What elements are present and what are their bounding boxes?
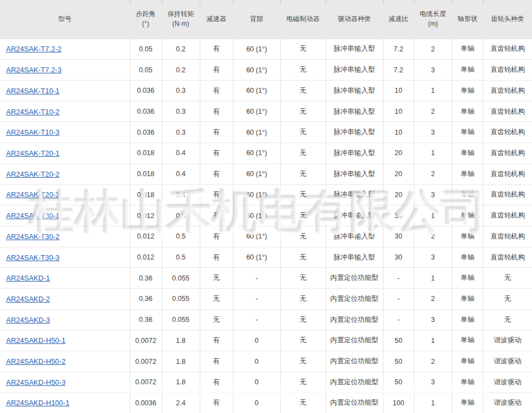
cell-backlash: 60 (1°) xyxy=(233,226,280,247)
cell-reducer: 有 xyxy=(200,80,233,101)
cell-backlash: 60 (1°) xyxy=(233,122,280,143)
model-link[interactable]: AR24SAKD-H50-2 xyxy=(6,357,66,366)
cell-driver_type: 脉冲串输入型 xyxy=(326,226,383,247)
cell-model: AR24SAK-T10-2 xyxy=(0,101,130,122)
cell-model: AR24SAK-T30-3 xyxy=(0,247,130,268)
cell-step_angle: 0.36 xyxy=(130,268,162,289)
cell-gearhead: 直齿轮机构 xyxy=(483,122,532,143)
cell-reducer: 无 xyxy=(200,309,233,330)
cell-cable_length: 3 xyxy=(414,60,452,81)
table-row: AR24SAKD-H100-10.00362.4有0无内置定位功能型1001单轴… xyxy=(0,393,532,413)
cell-backlash: 60 (1°) xyxy=(233,80,280,101)
cell-shaft: 单轴 xyxy=(452,163,483,184)
cell-cable_length: 1 xyxy=(414,205,452,226)
cell-gearhead: 直齿轮机构 xyxy=(483,247,532,268)
cell-driver_type: 内置定位功能型 xyxy=(326,351,383,372)
cell-model: AR24SAKD-1 xyxy=(0,268,130,289)
col-header-backlash: 背隙 xyxy=(233,0,280,39)
cell-ratio: 30 xyxy=(383,205,414,226)
cell-step_angle: 0.036 xyxy=(130,122,162,143)
cell-step_angle: 0.036 xyxy=(130,101,162,122)
model-link[interactable]: AR24SAK-T20-3 xyxy=(6,190,60,199)
col-header-gearhead: 齿轮头种类 xyxy=(483,0,532,39)
cell-driver_type: 脉冲串输入型 xyxy=(326,101,383,122)
cell-cable_length: 2 xyxy=(414,163,452,184)
model-link[interactable]: AR24SAK-T30-3 xyxy=(6,253,60,262)
model-link[interactable]: AR24SAK-T20-1 xyxy=(6,149,60,157)
table-row: AR24SAKD-H50-10.00721.8有0无内置定位功能型501单轴谐波… xyxy=(0,330,532,351)
cell-driver_type: 内置定位功能型 xyxy=(326,330,383,351)
cell-shaft: 单轴 xyxy=(452,330,483,351)
col-header-shaft: 轴形状 xyxy=(452,0,483,39)
model-link[interactable]: AR24SAK-T30-2 xyxy=(6,232,60,241)
cell-step_angle: 0.036 xyxy=(130,80,162,101)
cell-backlash: 60 (1°) xyxy=(233,247,280,268)
table-row: AR24SAKD-H50-20.00721.8有0无内置定位功能型502单轴谐波… xyxy=(0,351,532,372)
cell-brake: 无 xyxy=(280,163,326,184)
cell-step_angle: 0.05 xyxy=(130,60,162,81)
cell-reducer: 有 xyxy=(200,163,233,184)
cell-brake: 无 xyxy=(280,122,326,143)
spec-table: 型号 步距角(°) 保持转矩(N·m) 减速器 背隙 电磁制动器 驱动器种类 减… xyxy=(0,0,532,413)
cell-driver_type: 脉冲串输入型 xyxy=(326,205,383,226)
cell-shaft: 单轴 xyxy=(452,309,483,330)
model-link[interactable]: AR24SAK-T30-1 xyxy=(6,211,60,220)
header-row: 型号 步距角(°) 保持转矩(N·m) 减速器 背隙 电磁制动器 驱动器种类 减… xyxy=(0,0,532,39)
model-link[interactable]: AR24SAK-T10-1 xyxy=(6,87,60,95)
model-link[interactable]: AR24SAK-T10-2 xyxy=(6,108,60,116)
model-link[interactable]: AR24SAKD-H100-1 xyxy=(6,399,70,407)
cell-gearhead: 直齿轮机构 xyxy=(483,205,532,226)
cell-cable_length: 2 xyxy=(414,289,452,310)
cell-reducer: 有 xyxy=(200,39,233,60)
model-link[interactable]: AR24SAKD-1 xyxy=(6,274,50,282)
cell-shaft: 单轴 xyxy=(452,184,483,205)
cell-gearhead: 直齿轮机构 xyxy=(483,80,532,101)
cell-shaft: 单轴 xyxy=(452,268,483,289)
model-link[interactable]: AR24SAKD-2 xyxy=(6,295,50,303)
cell-shaft: 单轴 xyxy=(452,122,483,143)
cell-cable_length: 1 xyxy=(414,143,452,164)
cell-gearhead: 谐波驱动 xyxy=(483,330,532,351)
model-link[interactable]: AR24SAK-T7.2-2 xyxy=(6,45,61,53)
model-link[interactable]: AR24SAK-T10-3 xyxy=(6,128,60,136)
cell-cable_length: 2 xyxy=(414,39,452,60)
cell-cable_length: 3 xyxy=(414,184,452,205)
cell-cable_length: 2 xyxy=(414,226,452,247)
cell-shaft: 单轴 xyxy=(452,393,483,413)
model-link[interactable]: AR24SAK-T20-2 xyxy=(6,170,60,178)
cell-holding_torque: 1.8 xyxy=(162,330,200,351)
cell-step_angle: 0.05 xyxy=(130,39,162,60)
cell-cable_length: 1 xyxy=(414,393,452,413)
cell-ratio: 30 xyxy=(383,247,414,268)
cell-shaft: 单轴 xyxy=(452,101,483,122)
cell-holding_torque: 0.5 xyxy=(162,226,200,247)
cell-holding_torque: 0.3 xyxy=(162,122,200,143)
cell-backlash: 60 (1°) xyxy=(233,39,280,60)
cell-step_angle: 0.012 xyxy=(130,247,162,268)
cell-ratio: 10 xyxy=(383,122,414,143)
cell-reducer: 有 xyxy=(200,60,233,81)
cell-cable_length: 3 xyxy=(414,122,452,143)
model-link[interactable]: AR24SAKD-H50-3 xyxy=(6,378,66,386)
cell-brake: 无 xyxy=(280,205,326,226)
cell-driver_type: 内置定位功能型 xyxy=(326,289,383,310)
table-row: AR24SAK-T30-10.0120.5有60 (1°)无脉冲串输入型301单… xyxy=(0,205,532,226)
cell-gearhead: 直齿轮机构 xyxy=(483,60,532,81)
cell-shaft: 单轴 xyxy=(452,247,483,268)
cell-driver_type: 脉冲串输入型 xyxy=(326,122,383,143)
cell-model: AR24SAKD-H100-1 xyxy=(0,393,130,413)
cell-brake: 无 xyxy=(280,351,326,372)
cell-driver_type: 脉冲串输入型 xyxy=(326,184,383,205)
cell-reducer: 有 xyxy=(200,351,233,372)
cell-brake: 无 xyxy=(280,268,326,289)
cell-ratio: 20 xyxy=(383,184,414,205)
model-link[interactable]: AR24SAKD-H50-1 xyxy=(6,336,66,345)
cell-model: AR24SAK-T30-1 xyxy=(0,205,130,226)
cell-model: AR24SAKD-H50-1 xyxy=(0,330,130,351)
model-link[interactable]: AR24SAK-T7.2-3 xyxy=(6,66,61,74)
cell-gearhead: 直齿轮机构 xyxy=(483,163,532,184)
cell-holding_torque: 0.5 xyxy=(162,247,200,268)
cell-gearhead: 谐波驱动 xyxy=(483,393,532,413)
cell-gearhead: 直齿轮机构 xyxy=(483,143,532,164)
model-link[interactable]: AR24SAKD-3 xyxy=(6,316,50,324)
